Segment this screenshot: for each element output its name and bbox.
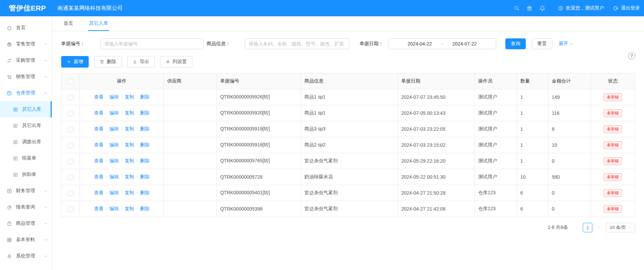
row-checkbox[interactable] (68, 127, 73, 132)
action-separator (122, 191, 122, 195)
help-glyph: ? (630, 53, 633, 58)
search-button[interactable]: 查询 (505, 38, 526, 49)
action-edit-link[interactable]: 编辑 (109, 94, 119, 100)
logout-button[interactable]: 退出登录 (613, 5, 640, 11)
action-view-link[interactable]: 查看 (94, 190, 104, 195)
status-badge: 未审核 (604, 205, 622, 213)
action-copy-link[interactable]: 复制 (125, 190, 134, 195)
action-copy-link[interactable]: 复制 (125, 158, 134, 163)
row-checkbox[interactable] (68, 95, 73, 100)
cell-product: 雷达杀虫气雾剂 (301, 185, 398, 201)
action-view-link[interactable]: 查看 (94, 174, 104, 179)
action-delete-link[interactable]: 删除 (140, 206, 150, 211)
action-copy-link[interactable]: 复制 (125, 110, 134, 115)
export-button[interactable]: 导出 (127, 56, 155, 68)
sidebar-item-home[interactable]: 首页 (0, 20, 52, 36)
reset-button[interactable]: 重置 (532, 38, 552, 49)
action-view-link[interactable]: 查看 (94, 94, 104, 100)
search-icon[interactable] (510, 5, 523, 11)
chevron-left-icon[interactable] (573, 226, 581, 230)
row-checkbox[interactable] (68, 191, 73, 196)
search-button-label: 查询 (511, 41, 520, 47)
action-separator (137, 111, 137, 115)
help-icon[interactable]: ? (628, 52, 635, 59)
page-number-button[interactable]: 1 (583, 223, 592, 232)
cell-supplier (164, 137, 217, 153)
action-edit-link[interactable]: 编辑 (109, 126, 119, 131)
sidebar-item-system[interactable]: 系统管理 (0, 248, 52, 264)
sidebar-item-disassembly[interactable]: 拆卸单 (0, 166, 52, 183)
sidebar-item-sales[interactable]: 销售管理 (0, 69, 52, 85)
action-copy-link[interactable]: 复制 (125, 206, 134, 211)
platform-icon[interactable] (523, 5, 536, 11)
action-delete-link[interactable]: 删除 (140, 94, 150, 100)
page-content: 单据编号： 商品信息： 单据日期： 2024-04-22 ~ 2024-07-2… (52, 31, 644, 232)
action-delete-link[interactable]: 删除 (140, 158, 150, 163)
action-copy-link[interactable]: 复制 (125, 94, 134, 100)
action-separator (122, 175, 122, 179)
action-edit-link[interactable]: 编辑 (109, 190, 119, 195)
action-edit-link[interactable]: 编辑 (109, 158, 119, 163)
plus-icon (67, 59, 71, 64)
delete-button[interactable]: 删除 (94, 56, 122, 68)
cell-amount: 0 (548, 201, 591, 217)
page-size-select[interactable]: 10 条/页 (606, 223, 635, 232)
sidebar-item-basic-data[interactable]: 基本资料 (0, 232, 52, 248)
action-copy-link[interactable]: 复制 (125, 174, 134, 179)
action-copy-link[interactable]: 复制 (125, 142, 134, 147)
action-delete-link[interactable]: 删除 (140, 110, 150, 115)
pagination: 1-8 共8条 1 10 条/页 (61, 223, 635, 232)
sidebar-item-finance[interactable]: 财务管理 (0, 183, 52, 199)
action-view-link[interactable]: 查看 (94, 110, 104, 115)
sidebar-item-other-outbound[interactable]: 其它出库 (0, 118, 52, 134)
product-info-input[interactable] (245, 38, 349, 49)
clock-circle-icon (558, 5, 563, 11)
tab-other-inbound[interactable]: 其它入库 (88, 16, 109, 31)
notification-bell-icon[interactable] (536, 5, 549, 11)
action-delete-link[interactable]: 删除 (140, 126, 150, 131)
action-copy-link[interactable]: 复制 (125, 126, 134, 131)
add-button[interactable]: 新增 (61, 56, 89, 68)
expand-link[interactable]: 展开 (559, 41, 573, 47)
chevron-right-icon[interactable] (594, 226, 603, 230)
column-settings-button[interactable]: 列设置 (160, 56, 192, 68)
tab-home[interactable]: 首页 (63, 16, 74, 31)
action-delete-link[interactable]: 删除 (140, 142, 150, 147)
row-checkbox[interactable] (68, 159, 73, 164)
row-checkbox[interactable] (68, 143, 73, 148)
sidebar-item-reports[interactable]: 报表查询 (0, 199, 52, 215)
bill-no-input[interactable] (100, 38, 204, 49)
action-edit-link[interactable]: 编辑 (109, 174, 119, 179)
subdoc-icon (13, 156, 18, 161)
row-checkbox[interactable] (68, 206, 73, 212)
row-checkbox[interactable] (68, 175, 73, 180)
action-separator (122, 143, 122, 147)
date-range-picker[interactable]: 2024-04-22 ~ 2024-07-22 (388, 38, 496, 49)
action-view-link[interactable]: 查看 (94, 158, 104, 163)
sidebar-item-label: 首页 (16, 25, 25, 31)
action-separator (106, 143, 107, 147)
sidebar-item-retail[interactable]: 零售管理 (0, 36, 52, 52)
sidebar-item-warehouse[interactable]: 仓库管理 (0, 85, 52, 101)
sidebar-item-transfer-out[interactable]: 调拨出库 (0, 134, 52, 150)
action-delete-link[interactable]: 删除 (140, 190, 150, 195)
welcome-user[interactable]: 欢迎您，测试用户 (558, 5, 604, 11)
action-edit-link[interactable]: 编辑 (109, 206, 119, 211)
action-edit-link[interactable]: 编辑 (109, 110, 119, 115)
action-view-link[interactable]: 查看 (94, 142, 104, 147)
action-delete-link[interactable]: 删除 (140, 174, 150, 179)
action-separator (122, 95, 122, 99)
sidebar-item-label: 拆卸单 (22, 172, 36, 178)
expand-label: 展开 (559, 41, 568, 47)
sidebar-item-products[interactable]: 商品管理 (0, 215, 52, 232)
action-view-link[interactable]: 查看 (94, 206, 104, 211)
cell-operator: 测试用户 (475, 89, 517, 105)
sidebar-item-purchase[interactable]: 采购管理 (0, 52, 52, 69)
select-all-checkbox[interactable] (68, 79, 73, 84)
action-separator (106, 206, 107, 211)
action-edit-link[interactable]: 编辑 (109, 142, 119, 147)
sidebar-item-assembly[interactable]: 组装单 (0, 150, 52, 166)
action-view-link[interactable]: 查看 (94, 126, 104, 131)
row-checkbox[interactable] (68, 111, 73, 116)
sidebar-item-other-inbound[interactable]: 其它入库 (0, 101, 52, 118)
